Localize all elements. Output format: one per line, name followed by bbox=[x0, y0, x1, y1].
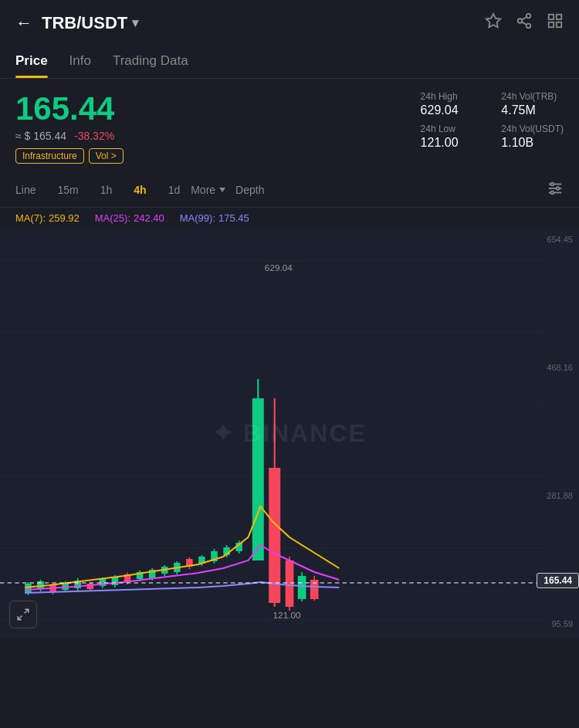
ma7-indicator: MA(7): 259.92 bbox=[15, 212, 80, 224]
svg-point-3 bbox=[527, 24, 531, 28]
ma99-indicator: MA(99): 175.45 bbox=[180, 212, 249, 224]
stat-vol-usdt: 24h Vol(USDT) 1.10B bbox=[501, 124, 564, 150]
price-left: 165.44 ≈ $ 165.44 -38.32% Infrastructure… bbox=[15, 91, 124, 164]
settings-icon[interactable] bbox=[547, 180, 564, 201]
vol-tag[interactable]: Vol > bbox=[89, 148, 124, 164]
svg-point-16 bbox=[551, 191, 554, 194]
chart-tab-4h[interactable]: 4h bbox=[123, 179, 157, 201]
main-tabs: Price Info Trading Data bbox=[0, 46, 579, 79]
header: ← TRB/USDT ▾ bbox=[0, 0, 579, 46]
chart-tab-1h[interactable]: 1h bbox=[90, 179, 124, 201]
tab-price[interactable]: Price bbox=[15, 46, 48, 78]
svg-text:629.04: 629.04 bbox=[265, 264, 293, 273]
price-tags: Infrastructure Vol > bbox=[15, 148, 124, 164]
main-price: 165.44 bbox=[15, 91, 124, 127]
header-icons bbox=[485, 12, 564, 33]
share-icon[interactable] bbox=[516, 12, 533, 33]
svg-line-72 bbox=[25, 609, 29, 613]
svg-marker-10 bbox=[219, 188, 225, 192]
ma25-indicator: MA(25): 242.40 bbox=[95, 212, 164, 224]
header-title: TRB/USDT ▾ bbox=[42, 13, 138, 33]
svg-point-1 bbox=[527, 14, 531, 19]
svg-point-2 bbox=[518, 19, 523, 23]
infrastructure-tag[interactable]: Infrastructure bbox=[15, 148, 84, 164]
current-price-badge: 165.44 bbox=[537, 573, 579, 588]
price-stats: 24h High 629.04 24h Vol(TRB) 4.75M 24h L… bbox=[421, 91, 564, 150]
stat-high: 24h High 629.04 bbox=[421, 91, 483, 117]
tab-trading-data[interactable]: Trading Data bbox=[113, 46, 188, 78]
price-usd: ≈ $ 165.44 -38.32% bbox=[15, 130, 124, 142]
chart-area[interactable]: ✦ BINANCE bbox=[0, 229, 579, 638]
chart-tab-line[interactable]: Line bbox=[15, 179, 46, 201]
usd-approx: ≈ $ 165.44 bbox=[15, 130, 66, 142]
svg-line-73 bbox=[18, 616, 22, 620]
price-change: -38.32% bbox=[74, 130, 114, 142]
price-section: 165.44 ≈ $ 165.44 -38.32% Infrastructure… bbox=[0, 79, 579, 173]
svg-line-4 bbox=[522, 22, 527, 25]
grid-icon[interactable] bbox=[547, 12, 564, 33]
svg-rect-7 bbox=[557, 15, 561, 19]
candlestick-chart: 629.04 121.00 bbox=[0, 229, 579, 638]
svg-rect-9 bbox=[557, 22, 561, 27]
pair-label: TRB/USDT bbox=[42, 13, 127, 33]
stat-low: 24h Low 121.00 bbox=[421, 124, 483, 150]
depth-button[interactable]: Depth bbox=[235, 184, 264, 196]
svg-point-14 bbox=[551, 182, 554, 185]
chart-tab-15m[interactable]: 15m bbox=[46, 179, 89, 201]
svg-text:121.00: 121.00 bbox=[273, 611, 301, 621]
star-icon[interactable] bbox=[485, 12, 502, 33]
tab-info[interactable]: Info bbox=[69, 46, 91, 78]
svg-point-15 bbox=[557, 187, 560, 190]
dropdown-icon[interactable]: ▾ bbox=[132, 15, 138, 30]
more-button[interactable]: More bbox=[191, 184, 226, 196]
svg-rect-6 bbox=[549, 15, 554, 19]
chart-controls: Line 15m 1h 4h 1d More Depth bbox=[0, 173, 579, 208]
back-button[interactable]: ← bbox=[15, 13, 32, 33]
chart-tab-1d[interactable]: 1d bbox=[157, 179, 191, 201]
svg-rect-8 bbox=[549, 22, 554, 27]
expand-button[interactable] bbox=[9, 601, 37, 628]
svg-line-5 bbox=[522, 17, 527, 20]
header-left: ← TRB/USDT ▾ bbox=[15, 13, 138, 33]
svg-marker-0 bbox=[486, 14, 500, 27]
stat-vol-trb: 24h Vol(TRB) 4.75M bbox=[501, 91, 564, 117]
ma-indicators: MA(7): 259.92 MA(25): 242.40 MA(99): 175… bbox=[0, 208, 579, 229]
